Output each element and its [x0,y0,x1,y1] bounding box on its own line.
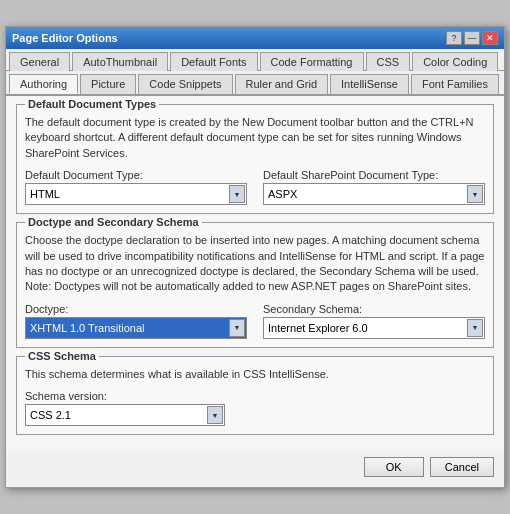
tab-autothumbnail[interactable]: AutoThumbnail [72,52,168,71]
tab-font-families[interactable]: Font Families [411,74,499,94]
tab-ruler-grid[interactable]: Ruler and Grid [235,74,329,94]
default-document-title: Default Document Types [25,98,159,110]
tab-color-coding[interactable]: Color Coding [412,52,498,71]
default-type-group: Default Document Type: HTML ASP ASPX [25,169,247,205]
css-schema-section: CSS Schema This schema determines what i… [16,356,494,435]
tab-code-formatting[interactable]: Code Formatting [260,52,364,71]
window-controls: ? — ✕ [446,31,498,45]
cancel-button[interactable]: Cancel [430,457,494,477]
tab-intellisense[interactable]: IntelliSense [330,74,409,94]
tab-css[interactable]: CSS [366,52,411,71]
help-button[interactable]: ? [446,31,462,45]
tab-code-snippets[interactable]: Code Snippets [138,74,232,94]
close-button[interactable]: ✕ [482,31,498,45]
sharepoint-type-select[interactable]: ASPX HTML [263,183,485,205]
doctype-section-title: Doctype and Secondary Schema [25,216,202,228]
window-title: Page Editor Options [12,32,118,44]
default-document-section: Default Document Types The default docum… [16,104,494,214]
tab-row-1: General AutoThumbnail Default Fonts Code… [6,49,504,71]
css-schema-label: Schema version: [25,390,225,402]
doctype-group: Doctype: XHTML 1.0 Transitional XHTML 1.… [25,303,247,339]
css-schema-wrapper: CSS 2.1 CSS 3.0 [25,404,225,426]
title-bar: Page Editor Options ? — ✕ [6,27,504,49]
doctype-fields: Doctype: XHTML 1.0 Transitional XHTML 1.… [25,303,485,339]
doctype-select[interactable]: XHTML 1.0 Transitional XHTML 1.1 HTML 4.… [25,317,247,339]
css-schema-desc: This schema determines what is available… [25,367,485,382]
doctype-section: Doctype and Secondary Schema Choose the … [16,222,494,348]
default-document-desc: The default document type is created by … [25,115,485,161]
content-area: Default Document Types The default docum… [6,96,504,451]
tab-default-fonts[interactable]: Default Fonts [170,52,257,71]
secondary-schema-label: Secondary Schema: [263,303,485,315]
sharepoint-type-group: Default SharePoint Document Type: ASPX H… [263,169,485,205]
dialog-buttons: OK Cancel [6,451,504,487]
tab-authoring[interactable]: Authoring [9,74,78,94]
tab-general[interactable]: General [9,52,70,71]
css-schema-select[interactable]: CSS 2.1 CSS 3.0 [25,404,225,426]
tab-row-2: Authoring Picture Code Snippets Ruler an… [6,71,504,96]
sharepoint-type-wrapper: ASPX HTML [263,183,485,205]
default-type-select[interactable]: HTML ASP ASPX [25,183,247,205]
default-document-fields: Default Document Type: HTML ASP ASPX Def… [25,169,485,205]
main-window: Page Editor Options ? — ✕ General AutoTh… [5,26,505,488]
css-schema-title: CSS Schema [25,350,99,362]
css-schema-group: Schema version: CSS 2.1 CSS 3.0 [25,390,225,426]
secondary-schema-select[interactable]: Internet Explorer 6.0 Internet Explorer … [263,317,485,339]
ok-button[interactable]: OK [364,457,424,477]
doctype-desc: Choose the doctype declaration to be ins… [25,233,485,295]
sharepoint-type-label: Default SharePoint Document Type: [263,169,485,181]
default-type-wrapper: HTML ASP ASPX [25,183,247,205]
doctype-wrapper: XHTML 1.0 Transitional XHTML 1.1 HTML 4.… [25,317,247,339]
tab-picture[interactable]: Picture [80,74,136,94]
secondary-schema-wrapper: Internet Explorer 6.0 Internet Explorer … [263,317,485,339]
doctype-label: Doctype: [25,303,247,315]
minimize-button[interactable]: — [464,31,480,45]
secondary-schema-group: Secondary Schema: Internet Explorer 6.0 … [263,303,485,339]
default-type-label: Default Document Type: [25,169,247,181]
